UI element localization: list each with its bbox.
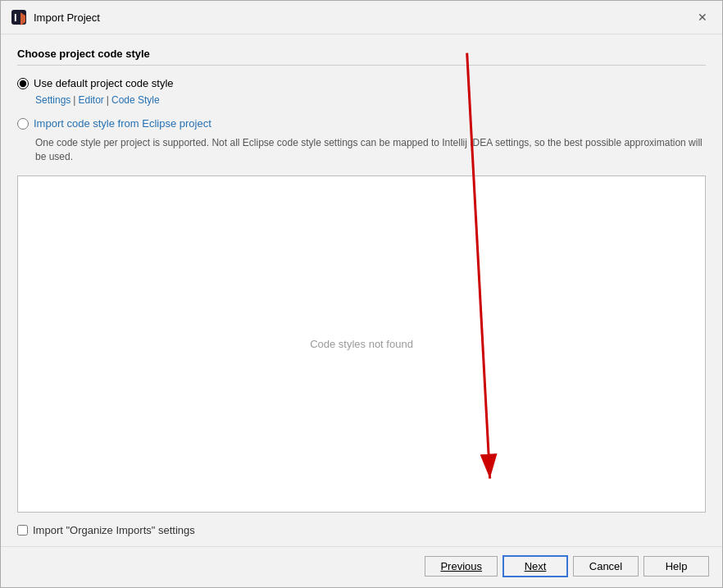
- breadcrumb-code-style[interactable]: Code Style: [111, 94, 160, 106]
- breadcrumb-sep2: |: [107, 94, 109, 106]
- option-default-radio[interactable]: Use default project code style: [17, 77, 706, 89]
- title-bar-left: I Import Project: [11, 9, 100, 25]
- code-styles-empty-message: Code styles not found: [310, 338, 413, 350]
- organize-imports-label: Import "Organize Imports" settings: [33, 524, 195, 536]
- next-rest: ext: [532, 560, 546, 572]
- dialog-title: Import Project: [34, 11, 100, 24]
- next-underline: N: [525, 560, 532, 572]
- previous-rest: revious: [448, 560, 482, 572]
- previous-underline: P: [440, 560, 448, 572]
- previous-button[interactable]: Previous: [425, 556, 498, 577]
- organize-imports-checkbox[interactable]: [17, 525, 28, 536]
- code-styles-list: Code styles not found: [17, 175, 706, 513]
- help-button[interactable]: Help: [643, 556, 709, 577]
- dialog-content: Choose project code style Use default pr…: [1, 34, 722, 546]
- cancel-button[interactable]: Cancel: [573, 556, 639, 577]
- title-bar: I Import Project ✕: [1, 1, 722, 34]
- description-text: One code style per project is supported.…: [35, 136, 706, 164]
- breadcrumb-sep1: |: [73, 94, 75, 106]
- dialog-footer: Previous Next Cancel Help: [1, 546, 722, 587]
- next-button[interactable]: Next: [502, 555, 568, 577]
- svg-text:I: I: [14, 11, 17, 24]
- option-default-label: Use default project code style: [34, 77, 174, 89]
- organize-imports-checkbox-row[interactable]: Import "Organize Imports" settings: [17, 524, 706, 536]
- app-icon: I: [11, 9, 27, 25]
- option-eclipse-input[interactable]: [17, 118, 29, 130]
- close-button[interactable]: ✕: [693, 7, 712, 27]
- option-eclipse-radio[interactable]: Import code style from Eclipse project: [17, 117, 706, 130]
- breadcrumb: Settings | Editor | Code Style: [35, 94, 706, 106]
- option-default-input[interactable]: [17, 78, 29, 89]
- breadcrumb-settings[interactable]: Settings: [35, 94, 70, 106]
- option-eclipse-label: Import code style from Eclipse project: [34, 117, 211, 130]
- import-project-dialog: I Import Project ✕ Choose project code s…: [0, 0, 723, 588]
- breadcrumb-editor[interactable]: Editor: [78, 94, 103, 106]
- section-title: Choose project code style: [17, 48, 706, 66]
